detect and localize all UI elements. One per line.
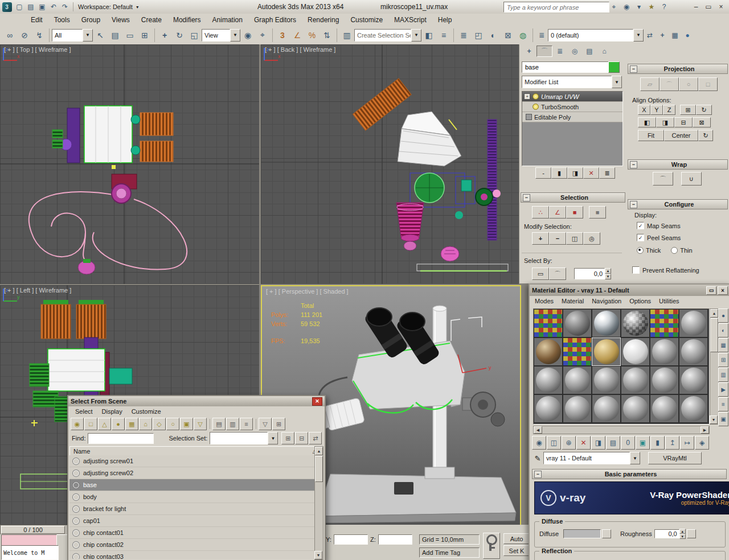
planar-map-icon[interactable]: ▱ (640, 77, 660, 91)
material-slot[interactable] (534, 309, 563, 337)
menu-edit[interactable]: Edit (25, 14, 48, 26)
material-slot[interactable] (534, 366, 563, 394)
menu-customize[interactable]: Customize (345, 14, 388, 26)
material-slot[interactable] (534, 394, 563, 423)
sample-uv-tiling-icon[interactable]: ⊞ (718, 353, 728, 367)
viewport-left-label[interactable]: [ + ] [ Left ] [ Wireframe ] (4, 287, 71, 294)
add-layer-icon[interactable]: + (657, 28, 668, 42)
angle-threshold-spinner[interactable]: ▲▼ (605, 268, 611, 279)
viewport-top-label[interactable]: [ + ] [ Top ] [ Wireframe ] (4, 46, 71, 53)
material-slot[interactable] (563, 366, 592, 394)
reset-projection-icon[interactable]: ↻ (698, 130, 713, 141)
vertex-mode-icon[interactable]: ∴ (532, 206, 549, 219)
material-slot[interactable] (563, 394, 592, 423)
render-setup-icon[interactable]: ⇄ (644, 28, 656, 42)
box-map-icon[interactable]: □ (698, 77, 718, 91)
map-seams-checkbox-row[interactable]: ✓ Map Seams (637, 222, 681, 229)
selection-rollout-header[interactable]: − Selection (521, 192, 625, 203)
edge-mode-icon[interactable]: ∠ (549, 206, 566, 219)
display-bones-icon[interactable]: ▽ (194, 418, 207, 430)
tab-display[interactable]: ▤ (582, 46, 597, 56)
menu-maxscript[interactable]: MAXScript (388, 14, 432, 26)
loop-selection-icon[interactable]: ◎ (583, 232, 600, 245)
close-icon[interactable]: ✕ (312, 397, 322, 406)
pin-stack-icon[interactable]: - (535, 167, 551, 179)
material-slot[interactable] (621, 366, 650, 394)
menu-navigation[interactable]: Navigation (588, 297, 625, 306)
list-item[interactable]: cap01 (69, 515, 314, 527)
named-selection-sets-icon[interactable]: ▥ (340, 28, 354, 42)
set-keys-button[interactable] (483, 533, 500, 559)
unlink-selection-icon[interactable]: ⊘ (18, 28, 31, 42)
select-object-icon[interactable]: ↖ (93, 28, 107, 42)
modifier-stack[interactable]: + Unwrap UVW TurboSmooth Editable Poly (522, 91, 623, 166)
search-icon[interactable]: ⌖ (608, 2, 620, 12)
view-align-icon[interactable]: ◨ (656, 117, 674, 127)
background-icon[interactable]: ▦ (718, 338, 728, 352)
list-item[interactable]: chip contact03 (69, 551, 314, 559)
workspace-dropdown[interactable]: Workspace: Default ▼ (76, 2, 142, 12)
material-slot[interactable] (534, 337, 563, 366)
get-material-icon[interactable]: ◉ (532, 436, 546, 450)
best-align-icon[interactable]: ◧ (638, 117, 656, 127)
favorites-star-icon[interactable]: ★ (646, 2, 657, 12)
thin-radio[interactable] (671, 247, 678, 254)
configure-stack-icon[interactable]: ≣ (599, 167, 615, 179)
align-x-button[interactable]: X (638, 105, 650, 115)
diffuse-map-button[interactable] (602, 529, 611, 538)
scroll-up-icon[interactable]: ▲ (315, 447, 323, 455)
angle-snap-icon[interactable]: ∠ (290, 28, 304, 42)
expand-all-icon[interactable]: ⊞ (272, 418, 285, 430)
expand-icon[interactable]: + (524, 93, 530, 100)
sign-in-icon[interactable]: ▾ (633, 2, 645, 12)
show-end-result-icon[interactable]: ▮ (551, 167, 567, 179)
sync-selection-icon[interactable]: ⇄ (309, 432, 322, 444)
diffuse-color-swatch[interactable] (563, 529, 601, 538)
viewport-back-label[interactable]: [ + ] [ Back ] [ Wireframe ] (265, 46, 335, 53)
object-name-input[interactable] (524, 63, 607, 71)
mirror-icon[interactable]: ◧ (422, 28, 436, 42)
video-color-check-icon[interactable]: ▥ (718, 368, 728, 382)
remove-modifier-icon[interactable]: ✕ (583, 167, 599, 179)
peel-seams-checkbox[interactable]: ✓ (637, 234, 644, 241)
align-to-view-icon[interactable]: ⊞ (680, 105, 696, 115)
list-item[interactable]: bracket for light (69, 503, 314, 515)
menu-utilities[interactable]: Utilities (655, 297, 683, 306)
menu-select[interactable]: Select (71, 407, 97, 416)
roughness-map-button[interactable] (687, 529, 696, 538)
align-icon[interactable]: ≡ (437, 28, 450, 42)
menu-display[interactable]: Display (97, 407, 127, 416)
roughness-value[interactable]: 0,0 (654, 529, 679, 538)
modifier-stack-row-editable-poly[interactable]: Editable Poly (522, 112, 622, 122)
scroll-left-icon[interactable]: ◀ (534, 426, 542, 434)
material-map-navigator-icon[interactable]: ◈ (695, 436, 709, 450)
select-by-angle-icon[interactable]: ⌒ (549, 267, 566, 280)
material-slot[interactable] (621, 337, 650, 366)
material-editor-titlebar[interactable]: Material Editor - vray 11 - Default ▭ × (530, 285, 729, 296)
z-coordinate-field[interactable] (378, 534, 412, 545)
layer-manager-icon[interactable]: ≣ (457, 28, 470, 42)
display-helpers-icon[interactable]: ⌂ (139, 418, 152, 430)
cylindrical-map-icon[interactable]: ⌒ (660, 77, 679, 91)
configure-rollout-header[interactable]: − Configure (628, 199, 728, 209)
maxscript-listener-field[interactable]: Welcome to M (1, 545, 59, 560)
select-and-move-icon[interactable]: + (158, 28, 171, 42)
window-crossing-icon[interactable]: ⊞ (138, 28, 151, 42)
spinner-snap-icon[interactable]: ⇅ (320, 28, 334, 42)
material-type-button[interactable]: VRayMtl (648, 452, 702, 464)
material-slot[interactable] (679, 394, 708, 423)
material-map-navigator-icon[interactable]: ▣ (718, 412, 728, 426)
display-xrefs-icon[interactable]: ▣ (180, 418, 193, 430)
list-item[interactable]: chip contact02 (69, 539, 314, 551)
tab-modify[interactable]: ⌒ (536, 46, 552, 57)
menu-tools[interactable]: Tools (48, 14, 76, 26)
close-button[interactable]: × (718, 286, 728, 295)
named-selection-dropdown[interactable]: Create Selection Se ▼ (354, 30, 421, 41)
filter-icon[interactable]: ▽ (259, 418, 272, 430)
menu-material[interactable]: Material (558, 297, 588, 306)
material-editor-icon[interactable]: ◍ (516, 28, 530, 42)
layers-list-icon[interactable]: ≣ (536, 28, 547, 42)
shrink-selection-icon[interactable]: − (549, 232, 566, 245)
list-item-selected[interactable]: base (69, 479, 314, 491)
redo-icon[interactable]: ↷ (59, 2, 71, 12)
